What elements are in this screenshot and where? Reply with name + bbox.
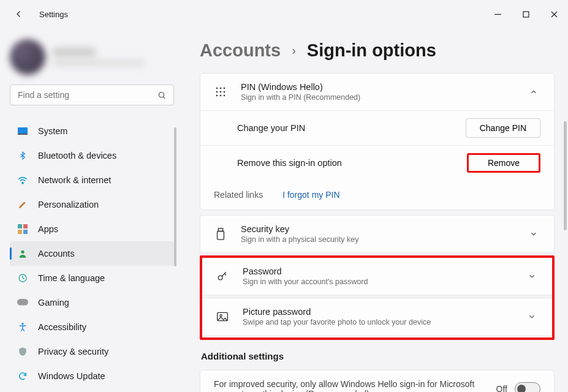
signin-option-picture-password[interactable]: Picture password Swipe and tap your favo…: [202, 298, 552, 335]
apps-icon: [17, 224, 28, 235]
sidebar-item-accounts[interactable]: Accounts: [10, 241, 174, 266]
back-button[interactable]: [13, 9, 25, 20]
gamepad-icon: [17, 297, 28, 308]
svg-rect-9: [18, 230, 22, 234]
search-box[interactable]: [10, 85, 174, 105]
pin-header[interactable]: PIN (Windows Hello) Sign in with a PIN (…: [200, 74, 554, 110]
remove-pin-button[interactable]: Remove: [467, 153, 540, 173]
maximize-button[interactable]: [512, 0, 540, 28]
sidebar-item-accessibility[interactable]: Accessibility: [10, 315, 174, 339]
hello-only-toggle-row: For improved security, only allow Window…: [200, 370, 555, 392]
svg-point-2: [159, 92, 164, 97]
svg-point-15: [216, 88, 218, 89]
picture-password-title: Picture password: [243, 307, 514, 317]
maximize-icon: [523, 11, 529, 18]
hello-only-toggle[interactable]: [515, 382, 540, 392]
sidebar-item-time-language[interactable]: Time & language: [10, 266, 174, 290]
forgot-pin-link[interactable]: I forgot my PIN: [282, 190, 339, 200]
signin-option-password[interactable]: Password Sign in with your account's pas…: [202, 258, 552, 295]
sidebar-item-label: Accessibility: [38, 322, 86, 332]
remove-pin-label: Remove this sign-in option: [237, 158, 342, 168]
sidebar-item-label: Personalization: [38, 200, 99, 209]
monitor-icon: [17, 126, 28, 137]
update-icon: [17, 371, 28, 382]
hello-only-description: For improved security, only allow Window…: [214, 379, 477, 392]
change-pin-label: Change your PIN: [237, 123, 305, 133]
search-input[interactable]: [18, 90, 157, 100]
minimize-button[interactable]: [483, 0, 512, 28]
svg-point-21: [216, 95, 218, 97]
profile-block[interactable]: [10, 39, 174, 75]
related-links-label: Related links: [214, 190, 263, 200]
chevron-right-icon: ›: [292, 43, 296, 58]
usb-key-icon: [214, 227, 227, 241]
sidebar-item-personalization[interactable]: Personalization: [10, 192, 174, 217]
svg-rect-4: [18, 127, 28, 134]
svg-point-19: [220, 91, 222, 93]
arrow-left-icon: [13, 9, 25, 20]
sidebar-item-system[interactable]: System: [10, 119, 174, 143]
change-pin-row: Change your PIN Change PIN: [200, 110, 554, 145]
breadcrumb: Accounts › Sign-in options: [200, 40, 555, 61]
accessibility-icon: [17, 322, 28, 333]
key-icon: [216, 270, 229, 283]
sidebar-item-apps[interactable]: Apps: [10, 217, 174, 241]
profile-text: [53, 48, 145, 66]
picture-icon: [216, 310, 229, 323]
svg-rect-8: [23, 224, 28, 228]
breadcrumb-parent[interactable]: Accounts: [200, 40, 281, 61]
svg-point-6: [22, 183, 23, 184]
scrollbar-thumb[interactable]: [564, 121, 567, 230]
svg-rect-5: [18, 134, 28, 135]
sidebar-item-label: Accounts: [38, 249, 75, 258]
avatar: [10, 39, 45, 75]
remove-pin-row: Remove this sign-in option Remove: [200, 145, 554, 180]
person-icon: [17, 248, 28, 259]
svg-rect-13: [17, 299, 28, 306]
svg-point-16: [220, 88, 222, 89]
content: System Bluetooth & devices Network & int…: [0, 28, 568, 392]
window-controls: [483, 0, 568, 28]
password-subtitle: Sign in with your account's password: [243, 277, 514, 286]
wifi-icon: [17, 175, 28, 186]
svg-point-18: [216, 91, 218, 93]
close-icon: [551, 11, 558, 18]
sidebar: System Bluetooth & devices Network & int…: [0, 28, 184, 392]
additional-settings-heading: Additional settings: [201, 351, 555, 361]
sidebar-item-windows-update[interactable]: Windows Update: [10, 364, 174, 388]
profile-name: [53, 48, 96, 56]
sidebar-item-privacy[interactable]: Privacy & security: [10, 339, 174, 364]
search-icon: [157, 91, 166, 100]
toggle-state-label: Off: [496, 384, 507, 392]
page-title: Sign-in options: [307, 40, 436, 61]
sidebar-item-bluetooth[interactable]: Bluetooth & devices: [10, 143, 174, 168]
security-key-title: Security key: [241, 224, 516, 234]
titlebar: Settings: [0, 0, 568, 28]
svg-rect-25: [218, 231, 224, 239]
sidebar-item-network[interactable]: Network & internet: [10, 168, 174, 192]
clock-globe-icon: [17, 273, 28, 284]
change-pin-button[interactable]: Change PIN: [466, 118, 540, 138]
minimize-icon: [494, 11, 501, 18]
svg-point-14: [21, 323, 23, 325]
svg-line-3: [163, 96, 165, 98]
svg-point-28: [220, 315, 222, 317]
sidebar-item-label: System: [38, 126, 67, 136]
svg-rect-7: [18, 224, 22, 228]
chevron-down-icon: [528, 312, 539, 321]
close-button[interactable]: [540, 0, 568, 28]
numpad-icon: [214, 85, 227, 99]
svg-point-17: [224, 88, 225, 89]
highlighted-options-group: Password Sign in with your account's pas…: [200, 255, 555, 340]
profile-sub: [53, 60, 145, 66]
window-title: Settings: [39, 10, 68, 19]
nav-list: System Bluetooth & devices Network & int…: [10, 119, 174, 388]
picture-password-subtitle: Swipe and tap your favorite photo to unl…: [243, 318, 514, 326]
svg-point-23: [224, 95, 225, 97]
sidebar-item-label: Apps: [38, 224, 58, 234]
signin-option-security-key[interactable]: Security key Sign in with a physical sec…: [200, 215, 555, 253]
chevron-down-icon: [529, 230, 540, 238]
sidebar-item-gaming[interactable]: Gaming: [10, 290, 174, 315]
bluetooth-icon: [17, 150, 28, 161]
chevron-down-icon: [528, 272, 539, 281]
